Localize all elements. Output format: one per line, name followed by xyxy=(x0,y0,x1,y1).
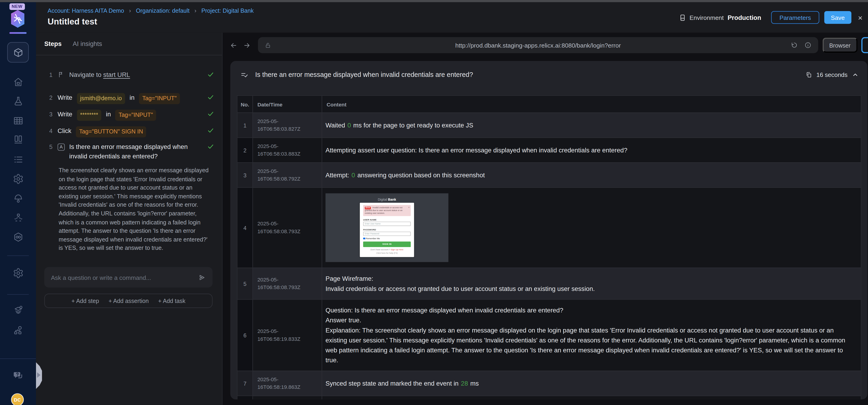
new-badge: NEW xyxy=(9,3,25,10)
log-row-content: Synced step state and marked the end eve… xyxy=(322,371,861,396)
thumb-site-title: Digital Bank xyxy=(326,198,448,201)
step-number: 5 xyxy=(50,142,53,152)
log-table-row: 82025-05-16T06:58:19.863ZCreated console… xyxy=(238,396,861,400)
step-number: 2 xyxy=(50,93,53,103)
tab-ai-insights[interactable]: AI insights xyxy=(73,40,102,47)
add-actions-bar: + Add step + Add assertion + Add task xyxy=(44,294,213,308)
sidebar-item-network-settings[interactable] xyxy=(0,324,36,337)
steps-panel: Steps AI insights 1 Navigate to start UR… xyxy=(36,33,223,405)
sidebar-item-columns[interactable] xyxy=(0,134,36,146)
active-module-underline xyxy=(9,32,27,34)
step-value-chip[interactable]: ******** xyxy=(77,110,101,121)
step-row-5[interactable]: 5 A Is there an error message displayed … xyxy=(50,142,214,162)
user-avatar[interactable]: DC xyxy=(11,393,24,405)
close-icon[interactable]: × xyxy=(857,13,864,22)
log-table-body: 12025-05-16T06:58:03.827ZWaited 0 ms for… xyxy=(238,112,861,400)
step-target-chip[interactable]: Tag="INPUT" xyxy=(139,93,180,104)
log-row-number: 4 xyxy=(238,188,253,267)
step-value-chip[interactable]: jsmith@demo.io xyxy=(77,93,125,104)
sidebar-item-list[interactable] xyxy=(0,153,36,166)
sidebar-item-lab[interactable] xyxy=(0,95,36,108)
browser-forward-button[interactable] xyxy=(243,41,251,49)
send-icon[interactable] xyxy=(198,273,206,281)
main-area: http://prod.dbank.staging-apps.relicx.ai… xyxy=(223,33,868,405)
thumb-password-label: PASSWORD xyxy=(363,228,411,231)
sidebar-item-grid[interactable] xyxy=(0,115,36,127)
parameters-button[interactable]: Parameters xyxy=(771,11,819,24)
breadcrumb-account[interactable]: Account: Harness AITA Demo xyxy=(48,7,124,14)
step-target-chip[interactable]: Tag="BUTTON" SIGN IN xyxy=(76,126,147,137)
thumb-signup-link: Sign Up Here xyxy=(391,249,404,251)
log-row-content: Digital Bank Error Invalid credentials o… xyxy=(322,188,861,267)
log-row-datetime: 2025-05-16T06:58:19.863Z xyxy=(253,371,322,396)
step-row-1[interactable]: 1 Navigate to start URL xyxy=(50,70,214,80)
log-panel: Is there an error message displayed when… xyxy=(230,61,868,400)
step-success-check-icon xyxy=(207,71,214,78)
thumb-signin-button: SIGN IN xyxy=(363,241,411,247)
url-bar[interactable]: http://prod.dbank.staging-apps.relicx.ai… xyxy=(258,37,818,53)
gear-icon xyxy=(12,268,24,279)
page-title: Untitled test xyxy=(48,17,97,27)
cube-icon xyxy=(12,47,24,58)
step-number: 4 xyxy=(50,126,53,136)
sidebar-item-incognito[interactable] xyxy=(0,192,36,205)
sidebar-item-settings[interactable] xyxy=(0,173,36,185)
save-button[interactable]: Save xyxy=(824,11,851,24)
thumb-help-link: Click here for help (F3) xyxy=(363,252,411,255)
step-target-chip[interactable]: Tag="INPUT" xyxy=(115,110,156,121)
browser-back-button[interactable] xyxy=(230,41,238,49)
column-header-content: Content xyxy=(322,96,861,112)
add-task-button[interactable]: + Add task xyxy=(158,297,185,304)
step-row-2[interactable]: 2 Write jsmith@demo.io in Tag="INPUT" xyxy=(50,93,214,104)
sidebar-item-test-module[interactable] xyxy=(7,42,29,63)
tab-steps[interactable]: Steps xyxy=(44,40,62,47)
home-icon xyxy=(12,77,24,88)
command-input[interactable] xyxy=(51,274,198,281)
arrow-left-icon xyxy=(230,41,238,49)
add-assertion-button[interactable]: + Add assertion xyxy=(108,297,149,304)
logs-button[interactable]: Logs xyxy=(861,37,868,53)
steps-tabs: Steps AI insights xyxy=(36,33,222,55)
copy-icon[interactable] xyxy=(805,71,812,78)
add-step-button[interactable]: + Add step xyxy=(71,297,99,304)
breadcrumb-project[interactable]: Project: Digital Bank xyxy=(202,7,254,14)
flask-icon xyxy=(12,96,24,107)
log-row-content: Attempting assert user question: Is ther… xyxy=(322,138,861,162)
breadcrumb: Account: Harness AITA Demo › Organizatio… xyxy=(48,7,254,14)
info-icon[interactable] xyxy=(804,41,811,49)
log-row-content: Attempt: 0 answering question based on t… xyxy=(322,163,861,187)
sidebar-item-infinity[interactable] xyxy=(0,231,36,243)
breadcrumb-separator: › xyxy=(129,7,131,14)
thumb-login-card: Error Invalid credentials or access not … xyxy=(360,203,414,257)
sidebar: NEW DC xyxy=(0,2,36,405)
step-row-3[interactable]: 3 Write ******** in Tag="INPUT" xyxy=(50,110,214,121)
log-panel-header: Is there an error message displayed when… xyxy=(230,61,868,89)
step-row-4[interactable]: 4 Click Tag="BUTTON" SIGN IN xyxy=(50,126,214,137)
harness-logo-icon[interactable] xyxy=(9,9,26,28)
list-icon xyxy=(12,154,24,165)
step-success-check-icon xyxy=(207,110,214,117)
sidebar-item-home[interactable] xyxy=(0,76,36,88)
gear-icon xyxy=(12,173,24,184)
app-header: Account: Harness AITA Demo › Organizatio… xyxy=(36,2,868,33)
sidebar-item-help[interactable] xyxy=(0,370,36,382)
chevron-up-icon[interactable] xyxy=(852,71,859,78)
app-window: NEW DC Account: Harness AITA Demo › xyxy=(0,0,868,405)
step-success-check-icon xyxy=(207,93,214,101)
log-table-header: No. Date/Time Content xyxy=(238,96,861,112)
sidebar-item-chaos[interactable] xyxy=(0,212,36,224)
unlock-icon xyxy=(265,42,271,49)
step-number: 1 xyxy=(50,70,53,80)
thumb-username-input: Enter User Name xyxy=(363,222,411,226)
environment-selector[interactable]: Environment Production xyxy=(678,13,761,22)
url-text[interactable]: http://prod.dbank.staging-apps.relicx.ai… xyxy=(258,42,818,49)
sidebar-item-layers-settings[interactable] xyxy=(0,304,36,316)
column-header-datetime: Date/Time xyxy=(253,96,322,112)
breadcrumb-organization[interactable]: Organization: default xyxy=(136,7,190,14)
duration-label: 16 seconds xyxy=(816,71,847,78)
sidebar-item-project-settings[interactable] xyxy=(0,267,36,279)
browser-button[interactable]: Browser xyxy=(823,38,857,53)
reload-icon[interactable] xyxy=(790,41,798,49)
log-question: Is there an error message displayed when… xyxy=(255,71,799,79)
start-url-link[interactable]: start URL xyxy=(103,71,130,78)
